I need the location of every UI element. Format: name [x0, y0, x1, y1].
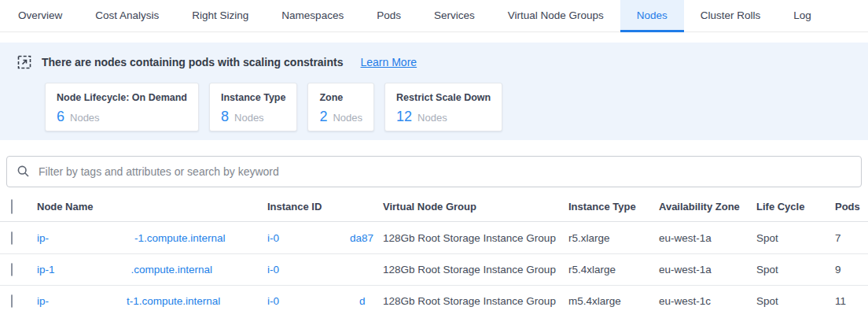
card-count: 6 — [57, 109, 64, 125]
redacted-text — [55, 269, 131, 270]
card-node-lifecycle-on-demand[interactable]: Node Lifecycle: On Demand 6 Nodes — [45, 83, 199, 131]
col-node-name: Node Name — [37, 201, 267, 213]
tab-virtual-node-groups[interactable]: Virtual Node Groups — [491, 0, 620, 32]
pods-cell: 11 — [835, 295, 868, 307]
life-cycle-cell: Spot — [756, 264, 835, 275]
scaling-constraints-banner: There are nodes containing pods with sca… — [0, 43, 868, 140]
redacted-text — [279, 238, 350, 238]
tab-bar: Overview Cost Analysis Right Sizing Name… — [0, 0, 868, 32]
instance-id-link[interactable]: i-0d — [267, 295, 366, 307]
table-row: ip-t-1.compute.internal i-0d 128Gb Root … — [0, 285, 868, 316]
instance-id-link[interactable]: i-0da87 — [267, 232, 373, 244]
instance-type-cell: m5.4xlarge — [568, 295, 659, 307]
card-zone[interactable]: Zone 2 Nodes — [307, 83, 374, 131]
virtual-node-group-cell: 128Gb Root Storage Instance Group — [383, 232, 568, 244]
filter-search-bar — [6, 156, 862, 187]
card-restrict-scale-down[interactable]: Restrict Scale Down 12 Nodes — [384, 83, 502, 131]
scale-out-icon — [17, 55, 31, 69]
constraint-cards: Node Lifecycle: On Demand 6 Nodes Instan… — [45, 83, 868, 131]
tab-pods[interactable]: Pods — [360, 0, 417, 32]
availability-zone-cell: eu-west-1a — [659, 264, 756, 275]
row-checkbox[interactable] — [11, 231, 13, 245]
availability-zone-cell: eu-west-1a — [659, 232, 756, 244]
node-name-link[interactable]: ip-t-1.compute.internal — [37, 295, 220, 307]
card-count: 2 — [319, 109, 327, 125]
card-count: 12 — [396, 109, 412, 125]
table-row: ip--1.compute.internal i-0da87 128Gb Roo… — [0, 222, 868, 253]
col-virtual-node-group: Virtual Node Group — [383, 201, 568, 213]
instance-type-cell: r5.xlarge — [568, 232, 659, 244]
col-instance-type: Instance Type — [568, 201, 659, 213]
tab-cost-analysis[interactable]: Cost Analysis — [79, 0, 175, 32]
life-cycle-cell: Spot — [756, 295, 835, 307]
col-pods: Pods — [835, 201, 868, 213]
card-unit: Nodes — [333, 112, 362, 124]
redacted-text — [279, 301, 359, 301]
col-availability-zone: Availability Zone — [659, 201, 756, 213]
card-title: Instance Type — [221, 92, 285, 103]
tab-overview[interactable]: Overview — [2, 0, 79, 32]
nodes-table: Node Name Instance ID Virtual Node Group… — [0, 192, 868, 316]
tab-cluster-rolls[interactable]: Cluster Rolls — [684, 0, 778, 32]
col-life-cycle: Life Cycle — [756, 201, 835, 213]
table-header-row: Node Name Instance ID Virtual Node Group… — [0, 192, 868, 222]
banner-message: There are nodes containing pods with sca… — [42, 56, 344, 68]
card-unit: Nodes — [417, 112, 447, 124]
tab-namespaces[interactable]: Namespaces — [265, 0, 360, 32]
card-unit: Nodes — [234, 112, 264, 124]
virtual-node-group-cell: 128Gb Root Storage Instance Group — [383, 264, 568, 275]
life-cycle-cell: Spot — [756, 232, 835, 244]
instance-id-link[interactable]: i-0 — [267, 264, 373, 275]
tab-right-sizing[interactable]: Right Sizing — [175, 0, 265, 32]
node-name-link[interactable]: ip-1.compute.internal — [37, 264, 212, 275]
redacted-text — [49, 238, 134, 238]
row-checkbox[interactable] — [11, 263, 13, 276]
card-title: Node Lifecycle: On Demand — [57, 92, 187, 103]
learn-more-link[interactable]: Learn More — [361, 56, 417, 68]
table-row: ip-1.compute.internal i-0 128Gb Root Sto… — [0, 253, 868, 285]
card-unit: Nodes — [70, 112, 100, 124]
row-checkbox[interactable] — [11, 294, 13, 308]
instance-type-cell: r5.4xlarge — [568, 264, 659, 275]
redacted-text — [49, 301, 127, 301]
search-icon — [17, 165, 31, 179]
tab-log[interactable]: Log — [777, 0, 828, 32]
search-input[interactable] — [39, 165, 851, 178]
pods-cell: 7 — [835, 232, 868, 244]
card-count: 8 — [221, 109, 229, 125]
col-instance-id: Instance ID — [267, 201, 383, 213]
node-name-link[interactable]: ip--1.compute.internal — [37, 232, 226, 244]
tab-nodes[interactable]: Nodes — [620, 0, 684, 32]
virtual-node-group-cell: 128Gb Root Storage Instance Group — [383, 295, 568, 307]
card-title: Zone — [319, 92, 362, 103]
tab-services[interactable]: Services — [417, 0, 491, 32]
card-instance-type[interactable]: Instance Type 8 Nodes — [209, 83, 297, 131]
availability-zone-cell: eu-west-1c — [659, 295, 756, 307]
redacted-text — [279, 269, 373, 270]
select-all-checkbox[interactable] — [11, 199, 13, 214]
card-title: Restrict Scale Down — [396, 92, 491, 103]
pods-cell: 9 — [835, 264, 868, 275]
